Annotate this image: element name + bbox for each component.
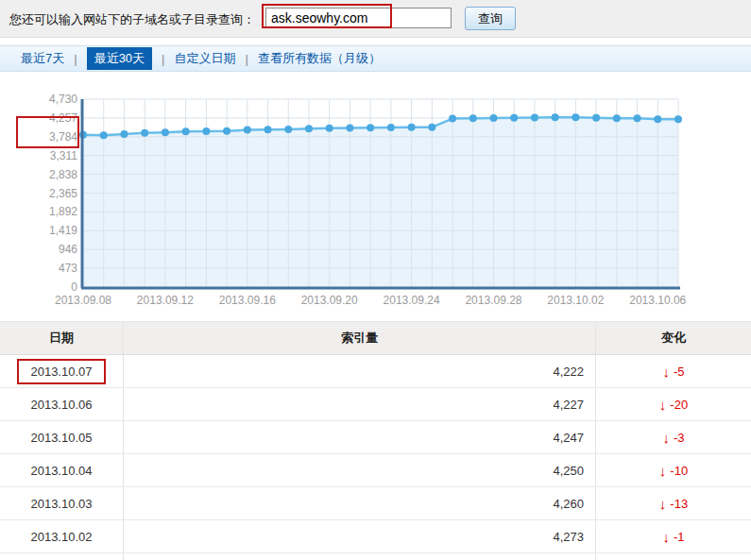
row-date-text: 2013.10.07 xyxy=(30,365,92,379)
change-cell: ↓ -20 xyxy=(595,388,751,420)
index-query-page: 您还可以输入网站下的子域名或子目录查询： 查询 最近7天 | 最近30天 | 自… xyxy=(0,0,751,560)
svg-text:2013.09.16: 2013.09.16 xyxy=(219,294,276,307)
svg-text:2013.09.12: 2013.09.12 xyxy=(137,294,194,307)
index-table: 日期 索引量 变化 2013.10.07 4,222 ↓ -5 2013.10.… xyxy=(0,321,751,560)
query-label: 您还可以输入网站下的子域名或子目录查询： xyxy=(9,11,255,28)
row-date: 2013.10.03 xyxy=(19,493,103,515)
row-date-text: 2013.10.02 xyxy=(30,530,92,544)
svg-text:2013.10.02: 2013.10.02 xyxy=(547,294,604,307)
svg-text:4,730: 4,730 xyxy=(49,93,77,106)
table-row: 2013.10.03 4,260 ↓ -13 xyxy=(0,487,751,520)
tab-separator: | xyxy=(74,52,77,66)
date-cell: 2013.10.05 xyxy=(0,421,123,453)
index-value-cell: 4,250 xyxy=(123,454,595,486)
row-date: 2013.10.02 xyxy=(19,526,103,548)
row-date-text: 2013.10.06 xyxy=(30,398,92,412)
row-date: 2013.10.05 xyxy=(19,427,103,449)
table-row-partial xyxy=(0,553,751,560)
svg-text:3,784: 3,784 xyxy=(49,130,77,144)
tab-custom-date[interactable]: 自定义日期 xyxy=(174,50,235,67)
partial-change-cell xyxy=(595,553,751,560)
svg-text:1,892: 1,892 xyxy=(49,205,77,218)
index-value-cell: 4,260 xyxy=(123,487,595,519)
down-arrow-icon: ↓ xyxy=(662,364,670,380)
row-date-text: 2013.10.04 xyxy=(30,464,92,478)
query-input[interactable] xyxy=(265,8,452,28)
query-button[interactable]: 查询 xyxy=(465,7,516,30)
tab-last-7-days[interactable]: 最近7天 xyxy=(21,50,64,67)
header-change: 变化 xyxy=(595,322,751,354)
header-index-volume: 索引量 xyxy=(123,322,595,354)
svg-text:4,257: 4,257 xyxy=(49,111,77,125)
row-change: -5 xyxy=(674,365,685,379)
svg-text:3,311: 3,311 xyxy=(50,149,77,162)
index-trend-chart: 04739461,4191,8922,3652,8383,3113,7844,2… xyxy=(0,72,751,321)
date-cell: 2013.10.03 xyxy=(0,487,123,519)
tab-separator: | xyxy=(162,52,164,66)
change-cell: ↓ -1 xyxy=(595,520,751,552)
table-row: 2013.10.06 4,227 ↓ -20 xyxy=(0,388,751,421)
svg-text:2013.09.08: 2013.09.08 xyxy=(55,294,111,307)
change-cell: ↓ -5 xyxy=(595,355,751,387)
row-index-value: 4,247 xyxy=(553,431,584,445)
row-change: -13 xyxy=(670,497,688,511)
query-bar: 您还可以输入网站下的子域名或子目录查询： 查询 xyxy=(0,0,751,38)
partial-date-cell xyxy=(0,553,123,560)
down-arrow-icon: ↓ xyxy=(662,529,670,545)
table-header-row: 日期 索引量 变化 xyxy=(0,322,751,355)
tab-last-30-days[interactable]: 最近30天 xyxy=(87,47,152,70)
svg-text:2,365: 2,365 xyxy=(49,187,77,200)
svg-text:473: 473 xyxy=(59,262,77,275)
index-value-cell: 4,273 xyxy=(123,520,595,552)
down-arrow-icon: ↓ xyxy=(662,430,670,446)
header-date: 日期 xyxy=(0,322,123,354)
row-change: -10 xyxy=(670,464,688,478)
row-date: 2013.10.07 xyxy=(17,359,105,384)
down-arrow-icon: ↓ xyxy=(659,463,667,479)
table-row: 2013.10.02 4,273 ↓ -1 xyxy=(0,520,751,553)
down-arrow-icon: ↓ xyxy=(659,397,667,413)
table-row: 2013.10.04 4,250 ↓ -10 xyxy=(0,454,751,487)
date-cell: 2013.10.02 xyxy=(0,520,123,552)
svg-text:2013.09.28: 2013.09.28 xyxy=(465,294,521,307)
svg-text:2013.10.06: 2013.10.06 xyxy=(629,294,686,307)
svg-text:2013.09.24: 2013.09.24 xyxy=(384,294,440,307)
index-trend-chart-wrap: 04739461,4191,8922,3652,8383,3113,7844,2… xyxy=(0,72,751,321)
row-change: -20 xyxy=(670,398,688,412)
tab-separator: | xyxy=(245,52,247,66)
row-index-value: 4,260 xyxy=(553,497,584,511)
svg-text:0: 0 xyxy=(71,280,77,294)
index-value-cell: 4,247 xyxy=(123,421,595,453)
change-cell: ↓ -13 xyxy=(595,487,751,519)
row-date-text: 2013.10.05 xyxy=(30,431,92,445)
change-cell: ↓ -10 xyxy=(595,454,751,486)
down-arrow-icon: ↓ xyxy=(659,496,667,512)
index-value-cell: 4,227 xyxy=(123,388,595,420)
row-index-value: 4,227 xyxy=(553,398,584,412)
row-date: 2013.10.04 xyxy=(19,460,103,482)
partial-value-cell xyxy=(123,553,595,560)
table-row: 2013.10.07 4,222 ↓ -5 xyxy=(0,355,751,388)
row-date-text: 2013.10.03 xyxy=(30,497,92,511)
row-index-value: 4,222 xyxy=(553,365,584,379)
row-change: -3 xyxy=(674,431,685,445)
row-index-value: 4,273 xyxy=(553,530,584,544)
table-body: 2013.10.07 4,222 ↓ -5 2013.10.06 4,227 ↓… xyxy=(0,355,751,553)
svg-text:946: 946 xyxy=(59,243,77,256)
date-cell: 2013.10.07 xyxy=(0,355,123,387)
date-cell: 2013.10.04 xyxy=(0,454,123,486)
svg-text:2,838: 2,838 xyxy=(49,168,77,181)
table-row: 2013.10.05 4,247 ↓ -3 xyxy=(0,421,751,454)
row-index-value: 4,250 xyxy=(553,464,584,478)
tab-all-data-monthly[interactable]: 查看所有数据（月级） xyxy=(258,50,381,67)
change-cell: ↓ -3 xyxy=(595,421,751,453)
date-range-tabs: 最近7天 | 最近30天 | 自定义日期 | 查看所有数据（月级） xyxy=(0,45,751,72)
index-value-cell: 4,222 xyxy=(123,355,595,387)
svg-text:2013.09.20: 2013.09.20 xyxy=(301,294,358,307)
row-change: -1 xyxy=(674,530,685,544)
date-cell: 2013.10.06 xyxy=(0,388,123,420)
row-date: 2013.10.06 xyxy=(19,394,103,416)
svg-text:1,419: 1,419 xyxy=(49,224,77,237)
